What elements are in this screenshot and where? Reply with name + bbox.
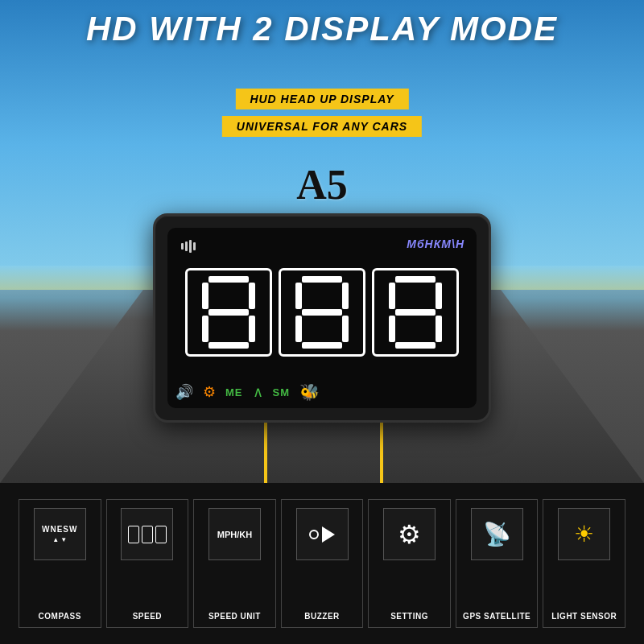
feature-compass: WNESW ▲ ▼ COMPASS [19,499,101,628]
digit-3 [372,268,459,357]
badge-hud: HUD HEAD UP DISPLAY [235,89,408,109]
digit-1 [185,268,272,357]
feature-speed: SPEED [106,499,189,628]
digit-2 [279,268,365,357]
feature-speed-unit: MPH/KH SPEED UNIT [193,499,276,628]
speed-icon-box [121,508,173,560]
light-sensor-icon: ☀ [574,521,594,547]
buzzer-icon-display [309,526,335,543]
feature-light-sensor: ☀ LIGHT SENSOR [543,499,625,628]
sound-indicator [180,237,197,255]
buzzer-label: BUZZER [304,612,340,621]
feature-setting: ⚙ SETTING [368,499,451,628]
compass-icon-box: WNESW ▲ ▼ [34,508,86,560]
top-section: HD WITH 2 DISPLAY MODE HUD HEAD UP DISPL… [0,0,644,483]
speed-label: SPEED [133,612,162,621]
hud-screen: МбНКМ\Н [167,228,477,408]
setting-label: SETTING [390,612,428,621]
sm-text: SM [273,386,291,398]
speed-unit-feature-label: SPEED UNIT [208,612,261,621]
light-sensor-label: LIGHT SENSOR [551,612,617,621]
speed-mini-display [128,526,167,543]
speed-unit-icon-box: MPH/KH [208,508,261,560]
badge-container: HUD HEAD UP DISPLAY UNIVERSAL FOR ANY CA… [222,89,422,137]
compass-label: COMPASS [39,612,81,621]
feature-buzzer: BUZZER [281,499,364,628]
settings-icon: ⚙ [203,383,216,401]
gps-icon-box: 📡 [471,508,523,560]
gps-label: GPS SATELLITE [463,612,530,621]
compass-icon-bar: ∧ [253,383,263,401]
compass-letters-display: WNESW [42,525,77,534]
main-title: HD WITH 2 DISPLAY MODE [0,10,644,48]
mph-kh-text: MPH/KH [217,530,252,539]
compass-sub: ▲ ▼ [42,536,77,543]
satellite-icon-bar: 🐝 [299,382,320,402]
icon-bar: 🔊 ⚙ ME ∧ SM 🐝 [175,382,469,402]
speed-unit-label: МбНКМ\Н [407,237,464,250]
feature-gps: 📡 GPS SATELLITE [456,499,539,628]
menu-icons-text: ME [225,386,243,398]
buzzer-icon-box [296,508,349,560]
badge-universal: UNIVERSAL FOR ANY CARS [222,116,422,137]
model-name: A5 [296,161,348,208]
volume-icon: 🔊 [175,383,193,401]
hud-device: МбНКМ\Н [153,213,491,423]
setting-gear-icon: ⚙ [398,519,421,550]
bottom-section: WNESW ▲ ▼ COMPASS SPEED MPH/KH SPEED UNI… [0,483,644,644]
digits-display [180,256,464,368]
gps-satellite-icon: 📡 [483,521,511,547]
setting-icon-box: ⚙ [383,508,436,560]
light-sensor-icon-box: ☀ [558,508,610,560]
